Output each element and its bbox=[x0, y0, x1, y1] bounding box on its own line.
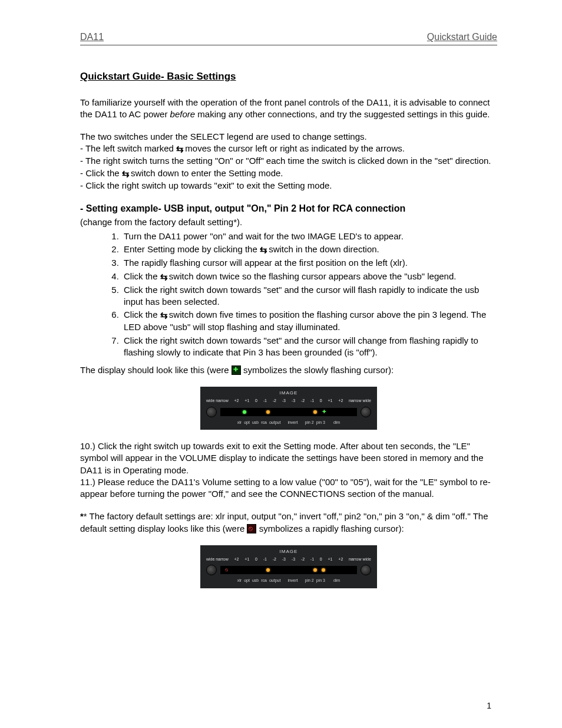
step-11: 11.) Please reduce the DA11's Volume set… bbox=[80, 476, 497, 500]
select-desc-5: - Click the right switch up towards "exi… bbox=[80, 180, 497, 192]
cursor-green-icon bbox=[232, 365, 241, 375]
section-title: Quickstart Guide- Basic Settings bbox=[80, 70, 497, 84]
step-7: Click the right switch down towards "set… bbox=[121, 335, 497, 359]
cursor-pin3: ✚ bbox=[322, 410, 326, 414]
swap-icon: ⇆ bbox=[160, 271, 167, 283]
example-note: (change from the factory default setting… bbox=[80, 216, 497, 228]
example-heading: - Setting example- USB input, output "On… bbox=[80, 202, 497, 215]
swap-icon: ⇆ bbox=[122, 168, 128, 180]
display-panel-default: IMAGE wide narrow +2 +1 0 -1 -2 -3 -3 -2… bbox=[200, 545, 377, 588]
panel-scale-row-2: wide narrow +2 +1 0 -1 -2 -3 -3 -2 -1 0 … bbox=[206, 556, 371, 562]
led-output bbox=[266, 410, 270, 414]
led-usb bbox=[243, 410, 246, 414]
step-6: Click the ⇆ switch down five times to po… bbox=[121, 309, 497, 333]
left-knob bbox=[206, 407, 217, 417]
cursor-xlr: ⦸ bbox=[224, 568, 229, 572]
display-intro: The display should look like this (were … bbox=[80, 364, 497, 376]
intro-paragraph: To familiarize yourself with the operati… bbox=[80, 97, 497, 121]
select-desc-3: - The right switch turns the setting "On… bbox=[80, 155, 497, 167]
swap-icon: ⇆ bbox=[160, 309, 167, 321]
page-header: DA11 Quickstart Guide bbox=[80, 31, 497, 45]
step-5: Click the right switch down towards "set… bbox=[121, 284, 497, 308]
led-pin3-2 bbox=[322, 568, 325, 572]
step-1: Turn the DA11 power "on" and wait for th… bbox=[121, 230, 497, 242]
panel-image-label: IMAGE bbox=[206, 390, 371, 397]
step-4: Click the ⇆ switch down twice so the fla… bbox=[121, 271, 497, 283]
select-desc-1: The two switches under the SELECT legend… bbox=[80, 131, 497, 143]
page-number: 1 bbox=[487, 700, 491, 711]
panel-labels: xlr opt usb rca output invert pin 2 pin … bbox=[219, 420, 358, 425]
select-desc-4: - Click the ⇆ switch down to enter the S… bbox=[80, 167, 497, 180]
select-desc-2: - The left switch marked ⇆ moves the cur… bbox=[80, 143, 497, 155]
step-2: Enter Setting mode by clicking the ⇆ swi… bbox=[121, 243, 497, 256]
right-knob bbox=[361, 407, 371, 417]
right-knob-2 bbox=[361, 565, 371, 575]
panel-scale-row: wide narrow +2 +1 0 -1 -2 -3 -3 -2 -1 0 … bbox=[206, 398, 371, 403]
cursor-red-icon bbox=[247, 524, 256, 533]
led-pin2 bbox=[313, 410, 317, 414]
panel-labels-2: xlr opt usb rca output invert pin 2 pin … bbox=[219, 578, 358, 583]
header-right: Quickstart Guide bbox=[427, 31, 497, 44]
swap-icon: ⇆ bbox=[176, 143, 183, 155]
swap-icon: ⇆ bbox=[260, 244, 266, 256]
footnote: ** The factory default settings are: xlr… bbox=[80, 510, 497, 535]
steps-list: Turn the DA11 power "on" and wait for th… bbox=[80, 230, 497, 358]
left-knob-2 bbox=[206, 565, 217, 575]
panel-image-label-2: IMAGE bbox=[206, 549, 371, 555]
led-strip: ✚ bbox=[220, 408, 357, 416]
led-strip-2: ⦸ bbox=[220, 566, 357, 574]
step-10: 10.) Click the right switch up towards e… bbox=[80, 440, 497, 476]
header-left: DA11 bbox=[80, 31, 104, 44]
led-pin2-2 bbox=[313, 568, 317, 572]
led-output-2 bbox=[266, 568, 270, 572]
step-3: The rapidly flashing cursor will appear … bbox=[121, 257, 497, 269]
display-panel-example: IMAGE wide narrow +2 +1 0 -1 -2 -3 -3 -2… bbox=[200, 387, 377, 430]
